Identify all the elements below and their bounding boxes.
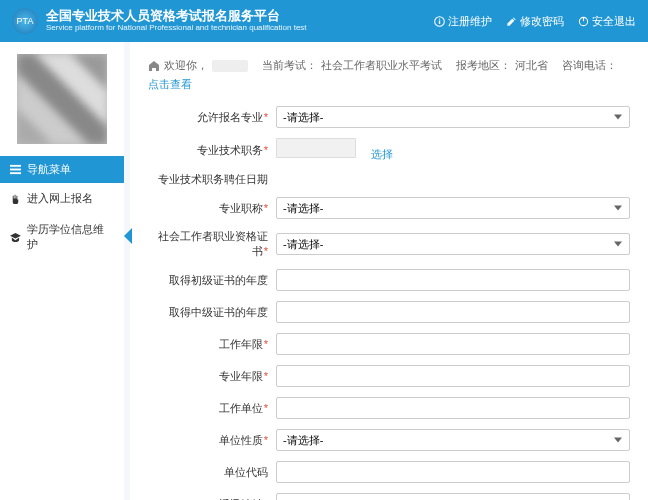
home-icon (148, 60, 160, 72)
app-header: PTA 全国专业技术人员资格考试报名服务平台 Service platform … (0, 0, 648, 42)
label-work-unit: 工作单位 (148, 401, 276, 416)
svg-rect-5 (10, 165, 21, 167)
label-work-years: 工作年限 (148, 337, 276, 352)
cap-icon (10, 232, 21, 243)
input-unit-code[interactable] (276, 461, 630, 483)
sidebar-item-label: 进入网上报名 (27, 191, 93, 206)
header-titles: 全国专业技术人员资格考试报名服务平台 Service platform for … (46, 9, 307, 32)
row-pro-title: 专业职称 -请选择- (148, 197, 630, 219)
row-pro-years: 专业年限 (148, 365, 630, 387)
sidebar-item-label: 学历学位信息维护 (27, 222, 114, 252)
label-unit-nature: 单位性质 (148, 433, 276, 448)
row-tech-date: 专业技术职务聘任日期 (148, 172, 630, 187)
app-logo: PTA (12, 8, 38, 34)
main-panel: 欢迎你， 当前考试： 社会工作者职业水平考试 报考地区： 河北省 咨询电话： 点… (130, 42, 648, 500)
svg-rect-4 (583, 17, 584, 21)
link-register-maintain[interactable]: 注册维护 (434, 14, 492, 29)
tel-link[interactable]: 点击查看 (148, 77, 192, 92)
svg-point-2 (439, 18, 440, 19)
welcome-label: 欢迎你， (164, 58, 208, 73)
username-masked (212, 60, 248, 72)
input-junior-year[interactable] (276, 269, 630, 291)
label-junior-year: 取得初级证书的年度 (148, 273, 276, 288)
row-address: 通讯地址 (148, 493, 630, 500)
hand-icon (10, 193, 21, 204)
input-work-unit[interactable] (276, 397, 630, 419)
label-unit-code: 单位代码 (148, 465, 276, 480)
power-icon (578, 16, 589, 27)
link-password-label: 修改密码 (520, 14, 564, 29)
label-social-cert: 社会工作者职业资格证书 (148, 229, 276, 259)
header-left: PTA 全国专业技术人员资格考试报名服务平台 Service platform … (12, 8, 307, 34)
app-title-cn: 全国专业技术人员资格考试报名服务平台 (46, 9, 307, 23)
region-label: 报考地区： (456, 58, 511, 73)
label-allow-major: 允许报名专业 (148, 110, 276, 125)
sidebar: 导航菜单 进入网上报名 学历学位信息维护 (0, 42, 124, 500)
link-register-label: 注册维护 (448, 14, 492, 29)
menu-icon (10, 164, 21, 175)
label-address: 通讯地址 (148, 497, 276, 501)
input-address[interactable] (276, 493, 630, 500)
row-mid-year: 取得中级证书的年度 (148, 301, 630, 323)
main-layout: 导航菜单 进入网上报名 学历学位信息维护 欢迎你， 当前考试： 社会工作者职业水… (0, 42, 648, 500)
label-pro-years: 专业年限 (148, 369, 276, 384)
row-work-years: 工作年限 (148, 333, 630, 355)
row-unit-code: 单位代码 (148, 461, 630, 483)
header-right: 注册维护 修改密码 安全退出 (434, 14, 636, 29)
select-allow-major[interactable]: -请选择- (276, 106, 630, 128)
exam-label: 当前考试： (262, 58, 317, 73)
exam-value: 社会工作者职业水平考试 (321, 58, 442, 73)
sidebar-item-online-signup[interactable]: 进入网上报名 (0, 183, 124, 214)
input-mid-year[interactable] (276, 301, 630, 323)
region-value: 河北省 (515, 58, 548, 73)
svg-rect-1 (439, 20, 440, 23)
nav-header: 导航菜单 (0, 156, 124, 183)
select-social-cert[interactable]: -请选择- (276, 233, 630, 255)
label-tech-date: 专业技术职务聘任日期 (148, 172, 276, 187)
label-tech-title: 专业技术职务 (148, 143, 276, 158)
side-tab-indicator (124, 228, 132, 244)
tech-title-box (276, 138, 356, 158)
input-pro-years[interactable] (276, 365, 630, 387)
edit-icon (506, 16, 517, 27)
row-tech-title: 专业技术职务 选择 (148, 138, 630, 162)
app-title-en: Service platform for National Profession… (46, 24, 307, 33)
label-pro-title: 专业职称 (148, 201, 276, 216)
info-icon (434, 16, 445, 27)
link-change-password[interactable]: 修改密码 (506, 14, 564, 29)
nav-header-label: 导航菜单 (27, 162, 71, 177)
row-social-cert: 社会工作者职业资格证书 -请选择- (148, 229, 630, 259)
select-unit-nature[interactable]: -请选择- (276, 429, 630, 451)
user-avatar (17, 54, 107, 144)
svg-rect-7 (10, 172, 21, 174)
tel-label: 咨询电话： (562, 58, 617, 73)
label-mid-year: 取得中级证书的年度 (148, 305, 276, 320)
input-work-years[interactable] (276, 333, 630, 355)
choose-tech-title[interactable]: 选择 (371, 148, 393, 160)
sidebar-item-education[interactable]: 学历学位信息维护 (0, 214, 124, 260)
row-junior-year: 取得初级证书的年度 (148, 269, 630, 291)
row-work-unit: 工作单位 (148, 397, 630, 419)
link-logout[interactable]: 安全退出 (578, 14, 636, 29)
select-pro-title[interactable]: -请选择- (276, 197, 630, 219)
row-allow-major: 允许报名专业 -请选择- (148, 106, 630, 128)
breadcrumb: 欢迎你， 当前考试： 社会工作者职业水平考试 报考地区： 河北省 咨询电话： 点… (148, 52, 630, 106)
svg-rect-6 (10, 169, 21, 171)
link-logout-label: 安全退出 (592, 14, 636, 29)
row-unit-nature: 单位性质 -请选择- (148, 429, 630, 451)
